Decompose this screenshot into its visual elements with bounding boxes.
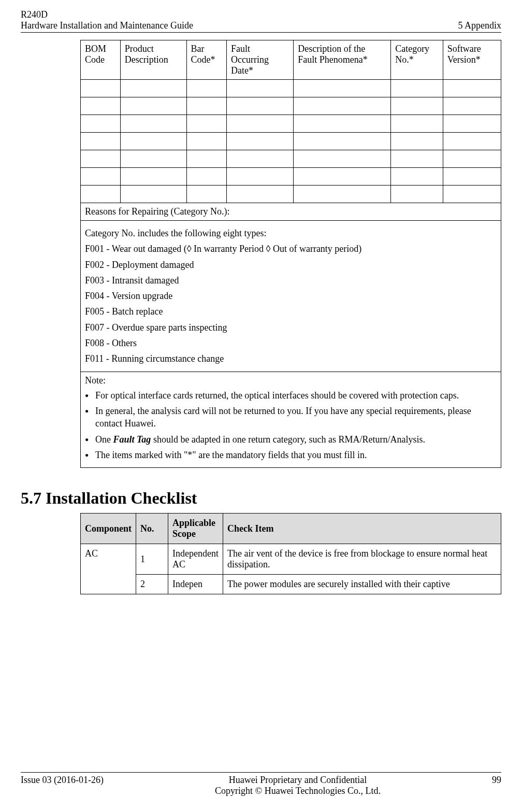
table-row	[81, 168, 501, 186]
col-fault-date: Fault Occurring Date*	[227, 40, 294, 80]
categories-intro: Category No. includes the following eigh…	[85, 227, 497, 239]
note-label: Note:	[85, 375, 497, 386]
table-row	[81, 80, 501, 97]
footer-conf: Huawei Proprietary and Confidential	[215, 775, 381, 786]
footer-page: 99	[492, 775, 501, 786]
doc-title: Hardware Installation and Maintenance Gu…	[21, 20, 193, 31]
checkhdr-no: No.	[136, 514, 168, 544]
cell-item: The air vent of the device is free from …	[223, 544, 501, 575]
table-row	[81, 186, 501, 203]
doc-code: R240D	[21, 9, 193, 20]
cell-no: 1	[136, 544, 168, 575]
table-row	[81, 97, 501, 115]
cat-f004: F004 - Version upgrade	[85, 290, 497, 302]
page-header: R240D Hardware Installation and Maintena…	[21, 9, 501, 33]
cat-f007: F007 - Overdue spare parts inspecting	[85, 321, 497, 334]
note-item: The items marked with "*" are the mandat…	[85, 449, 497, 461]
col-software: Software Version*	[443, 40, 501, 80]
cell-component: AC	[81, 544, 136, 594]
cat-f011: F011 - Running circumstance change	[85, 352, 497, 365]
footer-copyright: Copyright © Huawei Technologies Co., Ltd…	[215, 786, 381, 796]
cat-f008: F008 - Others	[85, 337, 497, 349]
col-barcode: Bar Code*	[186, 40, 226, 80]
cat-f003: F003 - Intransit damaged	[85, 274, 497, 287]
check-table: Component No. Applicable Scope Check Ite…	[80, 513, 501, 594]
note-item: In general, the analysis card will not b…	[85, 405, 497, 430]
cell-item: The power modules are securely installed…	[223, 575, 501, 594]
section-title: 5.7 Installation Checklist	[21, 489, 501, 508]
chapter-label: 5 Appendix	[458, 20, 502, 31]
fault-table-header-row: BOM Code Product Description Bar Code* F…	[81, 40, 501, 80]
note-item: One Fault Tag should be adapted in one r…	[85, 433, 497, 446]
col-fault-desc: Description of the Fault Phenomena*	[294, 40, 391, 80]
footer-issue: Issue 03 (2016-01-26)	[21, 775, 104, 786]
table-row	[81, 150, 501, 168]
cat-f001: F001 - Wear out damaged (◊ In warranty P…	[85, 243, 497, 255]
checkhdr-item: Check Item	[223, 514, 501, 544]
cat-f002: F002 - Deployment damaged	[85, 259, 497, 271]
table-row	[81, 115, 501, 133]
cell-scope: Independent AC	[168, 544, 223, 575]
reasons-heading: Reasons for Repairing (Category No.):	[81, 203, 501, 221]
cell-scope: Indepen	[168, 575, 223, 594]
cell-no: 2	[136, 575, 168, 594]
page-footer: Issue 03 (2016-01-26) Huawei Proprietary…	[21, 772, 501, 796]
note-item: For optical interface cards returned, th…	[85, 389, 497, 402]
check-row: 2 Indepen The power modules are securely…	[81, 575, 501, 594]
cat-f005: F005 - Batch replace	[85, 305, 497, 318]
check-header-row: Component No. Applicable Scope Check Ite…	[81, 514, 501, 544]
notes-row: Note: For optical interface cards return…	[81, 372, 501, 467]
col-product: Product Description	[120, 40, 186, 80]
check-row: AC 1 Independent AC The air vent of the …	[81, 544, 501, 575]
col-bom: BOM Code	[81, 40, 121, 80]
reasons-heading-row: Reasons for Repairing (Category No.):	[81, 203, 501, 221]
table-row	[81, 133, 501, 150]
col-category: Category No.*	[391, 40, 443, 80]
checkhdr-scope: Applicable Scope	[168, 514, 223, 544]
categories-row: Category No. includes the following eigh…	[81, 221, 501, 372]
fault-table: BOM Code Product Description Bar Code* F…	[80, 40, 501, 468]
checkhdr-component: Component	[81, 514, 136, 544]
